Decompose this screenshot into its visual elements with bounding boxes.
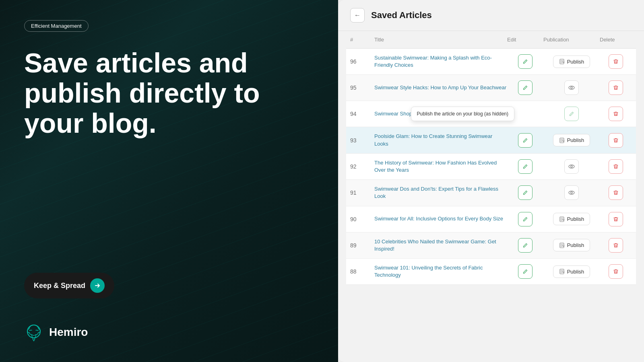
delete-button[interactable] [609,54,623,69]
delete-button[interactable] [609,107,623,121]
col-edit-header: Edit [507,37,543,43]
keep-spread-label: Keep & Spread [34,282,85,290]
svg-point-4 [571,87,572,88]
col-edit-actions [507,133,543,148]
col-edit-actions [507,212,543,226]
row-title[interactable]: Sustainable Swimwear: Making a Splash wi… [374,54,507,69]
eye-button[interactable] [564,185,579,200]
col-edit-actions [507,185,543,200]
delete-button[interactable] [609,185,623,200]
svg-point-7 [571,166,572,167]
hero-title: Save articles and publish directly to yo… [24,48,274,138]
left-panel: Efficient Management Save articles and p… [0,0,338,362]
edit-button[interactable] [518,212,533,226]
row-title[interactable]: The History of Swimwear: How Fashion Has… [374,159,507,174]
table-row: 96 Sustainable Swimwear: Making a Splash… [346,49,636,75]
eye-button[interactable] [564,159,579,174]
col-delete [600,54,632,69]
col-edit-actions [507,238,543,253]
edit-button[interactable] [518,264,533,279]
eye-button[interactable] [564,80,579,95]
panel-title: Saved Articles [371,10,432,21]
row-title[interactable]: Swimwear Shopping 101: Your Essential Ch… [374,110,507,117]
col-title-header: Title [374,37,507,43]
edit-button[interactable] [518,185,533,200]
publish-button[interactable]: Publish [553,213,590,225]
col-num-header: # [350,37,374,43]
col-publication-header: Publication [543,37,600,43]
col-edit-actions [507,80,543,95]
col-delete [600,107,632,121]
svg-point-9 [571,192,572,193]
table-row: 91 Swimwear Dos and Don'ts: Expert Tips … [346,180,636,206]
table-rows-container: 96 Sustainable Swimwear: Making a Splash… [346,49,636,285]
col-delete [600,133,632,148]
panel-header: ← Saved Articles [338,0,644,31]
delete-button[interactable] [609,238,623,253]
back-icon: ← [354,12,361,19]
table-row: 88 Swimwear 101: Unveiling the Secrets o… [346,259,636,285]
col-delete [600,238,632,253]
table-header: # Title Edit Publication Delete [346,31,636,49]
logo-area: Hemiro [24,323,314,342]
row-title[interactable]: Poolside Glam: How to Create Stunning Sw… [374,133,507,147]
publish-button[interactable]: Publish [553,56,590,68]
delete-button[interactable] [609,264,623,279]
col-publication [543,185,600,200]
row-number: 89 [350,242,374,249]
table-row: 89 10 Celebrities Who Nailed the Swimwea… [346,232,636,259]
row-number: 94 [350,111,374,117]
col-edit-actions [507,159,543,174]
keep-spread-button[interactable]: Keep & Spread [24,273,114,298]
row-number: 91 [350,189,374,196]
col-publication [543,159,600,174]
delete-button[interactable] [609,159,623,174]
edit-button[interactable] [518,80,533,95]
row-number: 95 [350,84,374,91]
col-edit-actions [507,54,543,69]
edit-button[interactable] [518,238,533,253]
row-title[interactable]: Swimwear 101: Unveiling the Secrets of F… [374,264,507,279]
table-row: 95 Swimwear Style Hacks: How to Amp Up Y… [346,75,636,101]
col-publication: Publish the article on your blog (as hid… [543,107,600,121]
arrow-icon [90,278,105,293]
col-publication: Publish [543,239,600,251]
col-publication: Publish [543,265,600,278]
logo-icon [24,323,43,342]
edit-button[interactable] [518,159,533,174]
articles-table: # Title Edit Publication Delete 96 Susta… [338,31,644,362]
right-panel: ← Saved Articles # Title Edit Publicatio… [338,0,644,362]
publish-button[interactable]: Publish [553,134,590,146]
edit-button[interactable] [518,133,533,148]
col-delete [600,80,632,95]
row-title[interactable]: 10 Celebrities Who Nailed the Swimwear G… [374,238,507,253]
col-delete [600,185,632,200]
table-row: 92 The History of Swimwear: How Fashion … [346,154,636,180]
col-publication [543,80,600,95]
row-number: 88 [350,268,374,275]
row-number: 92 [350,163,374,170]
row-title[interactable]: Swimwear Style Hacks: How to Amp Up Your… [374,84,507,91]
col-publication: Publish [543,134,600,146]
delete-button[interactable] [609,212,623,226]
row-number: 93 [350,137,374,144]
col-publication: Publish [543,213,600,225]
row-title[interactable]: Swimwear for All: Inclusive Options for … [374,215,507,222]
back-button[interactable]: ← [350,8,365,23]
publish-button[interactable]: Publish [553,265,590,278]
row-title[interactable]: Swimwear Dos and Don'ts: Expert Tips for… [374,185,507,200]
row-number: 96 [350,58,374,65]
delete-button[interactable] [609,133,623,148]
svg-point-0 [27,325,40,338]
publish-button[interactable]: Publish [553,239,590,251]
edit-button[interactable] [564,107,579,121]
delete-button[interactable] [609,80,623,95]
col-delete [600,159,632,174]
table-row: 94 Swimwear Shopping 101: Your Essential… [346,101,636,127]
col-delete-header: Delete [600,37,632,43]
edit-button[interactable] [518,54,533,69]
logo-text: Hemiro [49,326,88,339]
col-delete [600,212,632,226]
table-row: 93 Poolside Glam: How to Create Stunning… [346,127,636,153]
badge: Efficient Management [24,20,89,32]
